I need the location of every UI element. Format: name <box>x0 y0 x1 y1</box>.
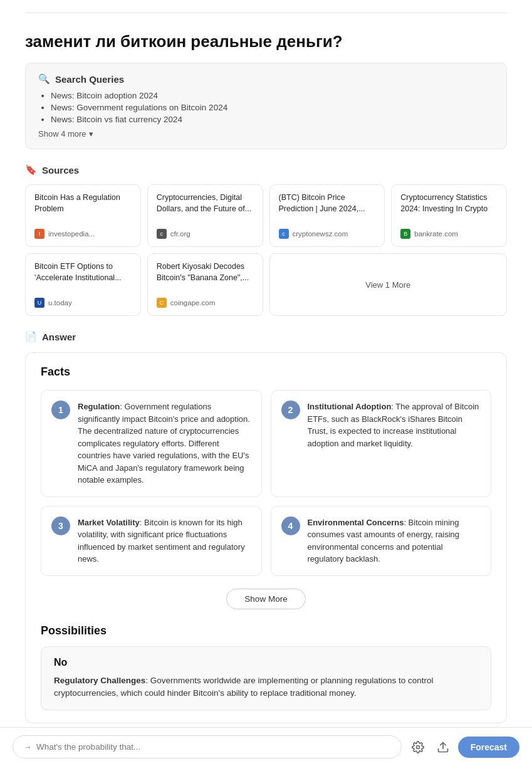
source-favicon-5: C <box>157 298 167 308</box>
facts-title: Facts <box>41 365 491 379</box>
source-card-1[interactable]: Cryptocurrencies, Digital Dollars, and t… <box>147 184 263 247</box>
source-title-1: Cryptocurrencies, Digital Dollars, and t… <box>157 192 254 214</box>
source-card-2[interactable]: (BTC) Bitcoin Price Prediction | June 20… <box>269 184 385 247</box>
source-card-3[interactable]: Cryptocurrency Statistics 2024: Investin… <box>391 184 507 247</box>
facts-grid: 1 Regulation: Government regulations sig… <box>41 390 491 576</box>
top-divider <box>25 13 507 13</box>
source-title-4: Bitcoin ETF Options to 'Accelerate Insti… <box>34 261 132 283</box>
fact-text-2: Market Volatility: Bitcoin is known for … <box>78 517 251 565</box>
bottom-bar: Forecast <box>0 727 532 766</box>
view-more-sources[interactable]: View 1 More <box>269 253 508 316</box>
fact-text-0: Regulation: Government regulations signi… <box>78 401 251 486</box>
fact-number-0: 1 <box>51 401 70 419</box>
answer-label: Answer <box>42 332 76 342</box>
search-queries-label: Search Queries <box>55 74 124 85</box>
possibility-label-0: No <box>54 657 478 668</box>
bookmark-icon: 🔖 <box>25 164 37 176</box>
source-title-3: Cryptocurrency Statistics 2024: Investin… <box>400 192 498 214</box>
source-favicon-3: B <box>400 229 410 239</box>
sources-header: 🔖 Sources <box>25 164 507 176</box>
sources-section: 🔖 Sources Bitcoin Has a Regulation Probl… <box>25 164 507 316</box>
source-card-0[interactable]: Bitcoin Has a Regulation Problem I inves… <box>25 184 141 247</box>
source-domain-0: I investopedia... <box>34 229 132 239</box>
forecast-button[interactable]: Forecast <box>458 737 519 758</box>
fact-title-2: Market Volatility <box>78 518 140 527</box>
fact-title-0: Regulation <box>78 402 120 411</box>
search-icon: 🔍 <box>38 73 50 85</box>
search-query-item: News: Bitcoin adoption 2024 <box>51 91 494 100</box>
fact-card-2: 3 Market Volatility: Bitcoin is known fo… <box>41 506 262 576</box>
possibility-card-0: No Regulatory Challenges: Governments wo… <box>41 646 491 711</box>
fact-number-3: 4 <box>281 517 300 535</box>
search-queries-header: 🔍 Search Queries <box>38 73 494 85</box>
search-queries-list: News: Bitcoin adoption 2024 News: Govern… <box>38 91 494 124</box>
source-card-5[interactable]: Robert Kiyosaki Decodes Bitcoin's "Banan… <box>147 253 263 316</box>
bottom-actions: Forecast <box>408 737 519 758</box>
answer-content: Facts 1 Regulation: Government regulatio… <box>25 352 507 723</box>
source-title-0: Bitcoin Has a Regulation Problem <box>34 192 132 214</box>
chevron-down-icon: ▾ <box>89 129 93 139</box>
sources-label: Sources <box>42 165 79 176</box>
fact-number-2: 3 <box>51 517 70 535</box>
fact-card-3: 4 Environmental Concerns: Bitcoin mining… <box>271 506 492 576</box>
doc-icon: 📄 <box>25 331 37 342</box>
source-title-2: (BTC) Bitcoin Price Prediction | June 20… <box>279 192 376 214</box>
sources-grid: Bitcoin Has a Regulation Problem I inves… <box>25 184 507 316</box>
search-queries-box: 🔍 Search Queries News: Bitcoin adoption … <box>25 63 507 149</box>
show-more-facts-button[interactable]: Show More <box>226 589 305 609</box>
fact-card-0: 1 Regulation: Government regulations sig… <box>41 390 262 497</box>
source-domain-4: U u.today <box>34 298 132 308</box>
fact-title-1: Institutional Adoption <box>308 402 392 411</box>
source-card-4[interactable]: Bitcoin ETF Options to 'Accelerate Insti… <box>25 253 141 316</box>
source-favicon-2: c <box>279 229 289 239</box>
fact-text-1: Institutional Adoption: The approval of … <box>308 401 481 449</box>
source-domain-1: c cfr.org <box>157 229 254 239</box>
fact-card-1: 2 Institutional Adoption: The approval o… <box>271 390 492 497</box>
search-query-item: News: Government regulations on Bitcoin … <box>51 103 494 112</box>
possibility-desc-0: Regulatory Challenges: Governments world… <box>54 674 478 700</box>
possibilities-section: Possibilities No Regulatory Challenges: … <box>41 624 491 711</box>
probability-input[interactable] <box>13 735 402 758</box>
gear-icon <box>412 741 424 753</box>
settings-icon-button[interactable] <box>408 737 428 757</box>
svg-point-0 <box>416 745 419 748</box>
source-domain-2: c cryptonewsz.com <box>279 229 376 239</box>
search-query-item: News: Bitcoin vs fiat currency 2024 <box>51 115 494 124</box>
source-domain-5: C coingape.com <box>157 298 254 308</box>
show-more-queries-link[interactable]: Show 4 more ▾ <box>38 129 494 139</box>
share-icon-button[interactable] <box>433 737 453 757</box>
fact-number-1: 2 <box>281 401 300 419</box>
page-title: заменит ли биткоин реальные деньги? <box>25 26 507 51</box>
answer-section: 📄 Answer Facts 1 Regulation: Government … <box>25 331 507 723</box>
source-title-5: Robert Kiyosaki Decodes Bitcoin's "Banan… <box>157 261 254 283</box>
fact-title-3: Environmental Concerns <box>308 518 404 527</box>
fact-text-3: Environmental Concerns: Bitcoin mining c… <box>308 517 481 565</box>
source-favicon-1: c <box>157 229 167 239</box>
answer-header: 📄 Answer <box>25 331 507 342</box>
possibilities-title: Possibilities <box>41 624 491 637</box>
source-favicon-4: U <box>34 298 44 308</box>
upload-icon <box>437 741 449 753</box>
source-domain-3: B bankrate.com <box>400 229 498 239</box>
source-favicon-0: I <box>34 229 44 239</box>
